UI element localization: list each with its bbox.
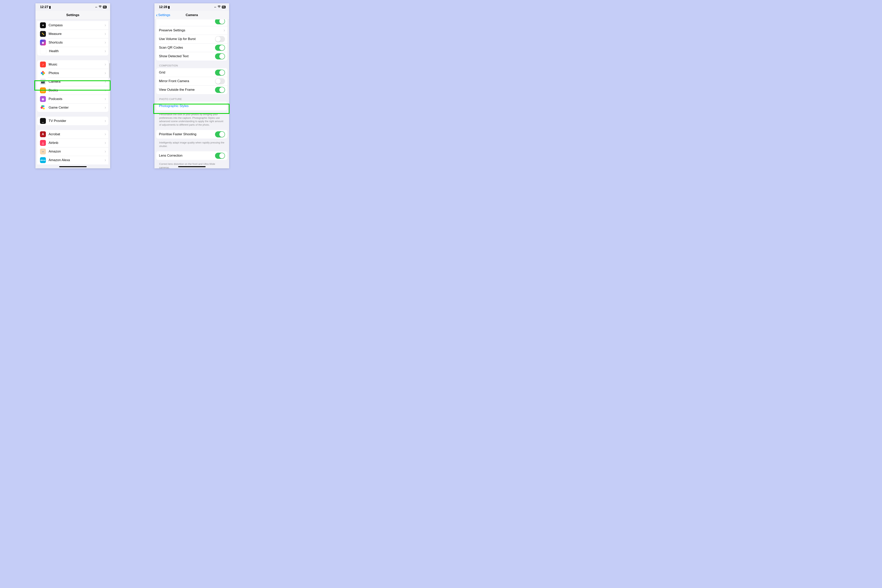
- chevron-right-icon: ›: [105, 62, 106, 67]
- orientation-lock-icon: ▮: [49, 5, 51, 9]
- status-time-text: 12:27: [40, 5, 48, 9]
- switch-prioritise[interactable]: [215, 131, 225, 137]
- measure-icon: 📏: [40, 31, 46, 37]
- settings-row-amazon[interactable]: ⌣ Amazon ›: [37, 147, 108, 156]
- row-label: Scan QR Codes: [159, 46, 215, 50]
- alexa-icon: alexa: [40, 157, 46, 163]
- settings-row-camera[interactable]: 📷 Camera ›: [37, 77, 108, 86]
- row-label: View Outside the Frame: [159, 88, 215, 92]
- home-indicator[interactable]: [178, 166, 206, 167]
- scroll-indicator: [110, 63, 110, 78]
- row-label: Show Detected Text: [159, 54, 215, 58]
- settings-row-gamecenter[interactable]: Game Center ›: [37, 103, 108, 112]
- orientation-lock-icon: ▮: [168, 5, 170, 9]
- footer-photographic-styles: Personalise the look of your photos by b…: [154, 111, 229, 126]
- switch-mirror[interactable]: [215, 78, 225, 84]
- settings-row-alexa[interactable]: alexa Amazon Alexa ›: [37, 156, 108, 165]
- nav-bar: Settings: [36, 11, 110, 20]
- battery-indicator: 91: [222, 6, 226, 8]
- row-label: Photos: [49, 71, 105, 75]
- battery-indicator: 91: [103, 6, 106, 8]
- camera-row-prioritise[interactable]: Prioritise Faster Shooting: [156, 130, 227, 139]
- camera-group-lens: Lens Correction: [156, 151, 227, 160]
- row-label: Podcasts: [49, 97, 105, 101]
- section-header-photo-capture: Photo Capture: [154, 98, 229, 102]
- switch-qr[interactable]: [215, 45, 225, 51]
- switch-partial[interactable]: [215, 20, 225, 24]
- status-time-text: 12:28: [159, 5, 167, 9]
- cellular-icon: ▪▪: [96, 6, 98, 8]
- camera-row-volume-burst[interactable]: Use Volume Up for Burst: [156, 35, 227, 44]
- row-label: Shortcuts: [49, 40, 105, 45]
- switch-lens[interactable]: [215, 153, 225, 159]
- settings-row-health[interactable]: ♥ Health ›: [37, 47, 108, 56]
- switch-outside-frame[interactable]: [215, 87, 225, 93]
- chevron-right-icon: ›: [105, 96, 106, 102]
- settings-row-compass[interactable]: ✦ Compass ›: [37, 21, 108, 30]
- camera-group-top: Preserve Settings › Use Volume Up for Bu…: [156, 20, 227, 61]
- settings-group-utilities: ✦ Compass › 📏 Measure › ◆ Shortcuts › ♥ …: [37, 21, 108, 56]
- settings-row-acrobat[interactable]: A Acrobat ›: [37, 130, 108, 139]
- row-label: Measure: [49, 32, 105, 36]
- chevron-right-icon: ›: [105, 105, 106, 110]
- settings-list[interactable]: ✦ Compass › 📏 Measure › ◆ Shortcuts › ♥ …: [36, 20, 110, 168]
- settings-row-books[interactable]: ▯▯ Books ›: [37, 86, 108, 94]
- row-label: Health: [49, 49, 105, 53]
- row-label: Acrobat: [49, 132, 105, 136]
- settings-row-podcasts[interactable]: ◉ Podcasts ›: [37, 94, 108, 103]
- chevron-right-icon: ›: [105, 118, 106, 123]
- row-label: Use Volume Up for Burst: [159, 37, 215, 41]
- camera-settings-list[interactable]: Preserve Settings › Use Volume Up for Bu…: [154, 20, 229, 168]
- footer-lens: Correct lens distortion on the front and…: [154, 161, 229, 168]
- cellular-icon: ▪▪: [214, 6, 216, 8]
- settings-row-tvprovider[interactable]: ⎯ TV Provider ›: [37, 117, 108, 125]
- camera-row-photographic-styles[interactable]: Photographic Styles: [156, 102, 227, 110]
- page-title: Camera: [186, 13, 198, 17]
- switch-detected-text[interactable]: [215, 53, 225, 59]
- settings-row-photos[interactable]: Photos ›: [37, 69, 108, 77]
- row-label: Books: [49, 88, 105, 92]
- row-label: Amazon Alexa: [49, 158, 105, 162]
- photos-icon: [40, 70, 46, 76]
- chevron-right-icon: ›: [105, 149, 106, 154]
- status-time: 12:27 ▮: [40, 5, 51, 9]
- switch-grid[interactable]: [215, 70, 225, 76]
- home-indicator[interactable]: [59, 166, 87, 167]
- page-title: Settings: [66, 13, 80, 17]
- camera-row-partial-switch: [156, 20, 227, 26]
- row-label: Prioritise Faster Shooting: [159, 132, 215, 136]
- settings-row-measure[interactable]: 📏 Measure ›: [37, 30, 108, 38]
- camera-row-qr[interactable]: Scan QR Codes: [156, 44, 227, 52]
- settings-group-thirdparty: A Acrobat › ◬ Airbnb › ⌣ Amazon › alexa …: [37, 130, 108, 165]
- health-icon: ♥: [40, 48, 46, 54]
- gamecenter-icon: [40, 105, 46, 111]
- screenshot-settings: 12:27 ▮ ▪▪ 91 Settings ✦ Compass › 📏 Mea…: [36, 3, 110, 168]
- row-label: Music: [49, 63, 105, 66]
- books-icon: ▯▯: [40, 87, 46, 93]
- row-label: Preserve Settings: [159, 28, 224, 32]
- camera-row-outside-frame[interactable]: View Outside the Frame: [156, 86, 227, 94]
- chevron-right-icon: ›: [105, 23, 106, 28]
- camera-row-mirror[interactable]: Mirror Front Camera: [156, 77, 227, 86]
- camera-row-lens[interactable]: Lens Correction: [156, 151, 227, 160]
- camera-row-preserve[interactable]: Preserve Settings ›: [156, 26, 227, 35]
- chevron-right-icon: ›: [224, 28, 225, 33]
- tvprovider-icon: ⎯: [40, 118, 46, 124]
- compass-icon: ✦: [40, 22, 46, 28]
- settings-row-music[interactable]: ♪ Music ›: [37, 60, 108, 69]
- settings-row-airbnb[interactable]: ◬ Airbnb ›: [37, 139, 108, 147]
- switch-volume-burst[interactable]: [215, 36, 225, 42]
- camera-group-composition: Grid Mirror Front Camera View Outside th…: [156, 68, 227, 94]
- settings-row-shortcuts[interactable]: ◆ Shortcuts ›: [37, 38, 108, 47]
- chevron-right-icon: ›: [105, 158, 106, 163]
- amazon-icon: ⌣: [40, 148, 46, 154]
- podcasts-icon: ◉: [40, 96, 46, 102]
- screenshot-camera-settings: 12:28 ▮ ▪▪ 91 ‹ Settings Camera Preserve…: [154, 3, 229, 168]
- camera-row-detected-text[interactable]: Show Detected Text: [156, 52, 227, 61]
- back-button[interactable]: ‹ Settings: [156, 11, 170, 20]
- camera-row-grid[interactable]: Grid: [156, 68, 227, 77]
- row-label: Game Center: [49, 106, 105, 110]
- row-label: Grid: [159, 70, 215, 75]
- chevron-right-icon: ›: [105, 132, 106, 137]
- music-icon: ♪: [40, 62, 46, 68]
